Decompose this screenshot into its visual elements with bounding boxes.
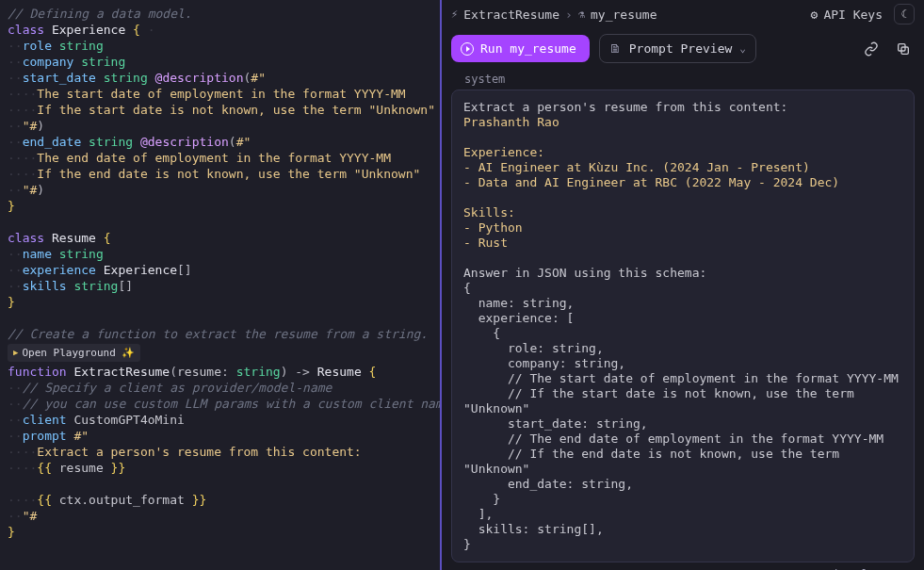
system-prompt-text: Extract a person's resume from this cont… bbox=[463, 100, 902, 552]
gear-icon: ⚙ bbox=[811, 8, 819, 22]
link-icon-button[interactable] bbox=[860, 38, 883, 60]
system-prompt-card: Extract a person's resume from this cont… bbox=[451, 90, 915, 562]
play-icon: ▶ bbox=[13, 345, 18, 361]
code-content[interactable]: // Defining a data model. class Experien… bbox=[8, 6, 432, 540]
breadcrumb-root[interactable]: ExtractResume bbox=[463, 8, 559, 22]
preview-pane: ⚡ ExtractResume › ⚗ my_resume ⚙ API Keys… bbox=[442, 0, 924, 570]
prompt-preview-dropdown[interactable]: 🗎 Prompt Preview ⌄ bbox=[599, 34, 756, 63]
breadcrumb-leaf[interactable]: my_resume bbox=[591, 8, 657, 22]
api-keys-label: API Keys bbox=[823, 8, 883, 22]
api-keys-button[interactable]: ⚙ API Keys bbox=[811, 8, 883, 22]
chevron-right-icon: › bbox=[565, 8, 573, 22]
play-icon bbox=[461, 42, 474, 56]
show-less-toggle[interactable]: Show less ⌃ bbox=[451, 562, 915, 570]
prompt-preview-label: Prompt Preview bbox=[629, 41, 733, 56]
run-button[interactable]: Run my_resume bbox=[451, 35, 590, 62]
run-button-label: Run my_resume bbox=[480, 41, 576, 56]
open-playground-chip[interactable]: ▶Open Playground ✨ bbox=[8, 344, 140, 362]
copy-icon bbox=[896, 41, 911, 57]
breadcrumb: ⚡ ExtractResume › ⚗ my_resume ⚙ API Keys… bbox=[442, 0, 924, 30]
toolbar: Run my_resume 🗎 Prompt Preview ⌄ bbox=[442, 30, 924, 73]
document-icon: 🗎 bbox=[609, 41, 622, 56]
chevron-down-icon: ⌄ bbox=[739, 42, 746, 55]
theme-toggle-button[interactable]: ☾ bbox=[894, 4, 915, 24]
link-icon bbox=[864, 41, 879, 57]
copy-icon-button[interactable] bbox=[892, 38, 915, 60]
open-playground-label: Open Playground ✨ bbox=[22, 345, 135, 361]
moon-icon: ☾ bbox=[900, 8, 907, 21]
flask-icon: ⚗ bbox=[578, 8, 585, 21]
prompt-preview-panel: system Extract a person's resume from th… bbox=[442, 73, 924, 570]
function-icon: ⚡ bbox=[451, 8, 458, 21]
code-editor-pane[interactable]: // Defining a data model. class Experien… bbox=[0, 0, 442, 570]
system-label: system bbox=[464, 73, 915, 86]
